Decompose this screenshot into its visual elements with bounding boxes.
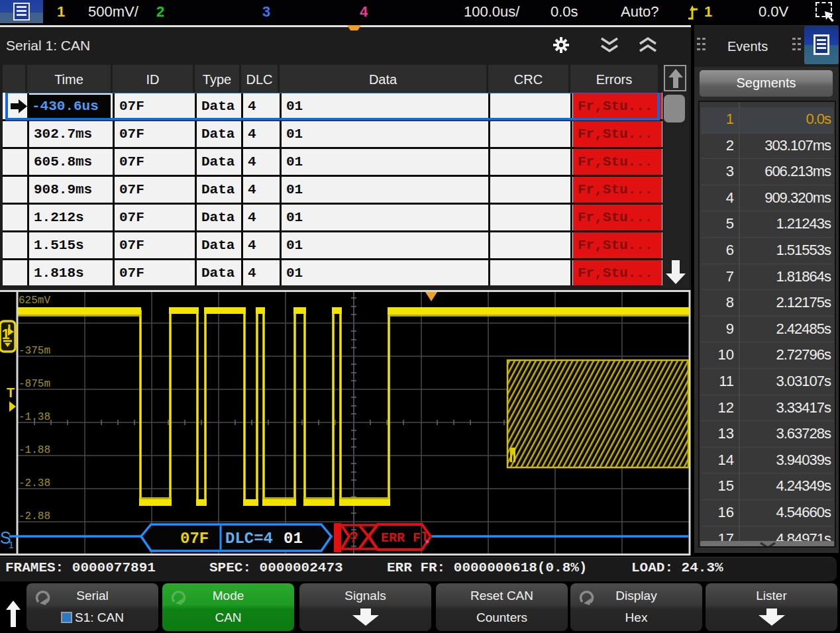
svg-text:-1.38: -1.38: [19, 411, 50, 423]
svg-text:-375m: -375m: [19, 345, 50, 357]
svg-text:625mV: 625mV: [19, 295, 50, 307]
svg-text:01: 01: [284, 530, 303, 548]
svg-text:-875m: -875m: [19, 378, 50, 390]
svg-text:ERR Fl: ERR Fl: [381, 530, 429, 546]
svg-text:DLC=4: DLC=4: [225, 530, 273, 548]
svg-text:-1.88: -1.88: [19, 444, 50, 456]
svg-text:07F: 07F: [180, 530, 209, 548]
svg-text:T: T: [7, 385, 15, 400]
svg-text:-2.38: -2.38: [19, 477, 50, 489]
svg-text:?: ?: [349, 530, 358, 547]
svg-text:-2.88: -2.88: [19, 511, 50, 522]
svg-text:1: 1: [9, 540, 14, 550]
